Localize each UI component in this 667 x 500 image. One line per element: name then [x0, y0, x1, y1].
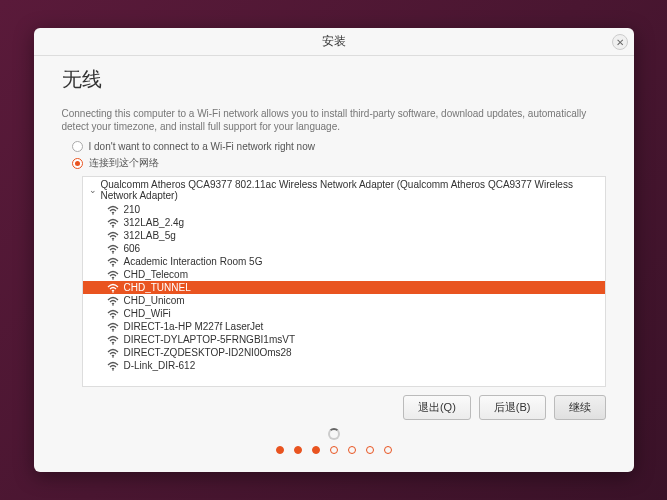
svg-point-2 [112, 239, 114, 241]
network-name: CHD_WiFi [124, 308, 171, 319]
network-item[interactable]: CHD_WiFi [83, 307, 605, 320]
network-name: DIRECT-DYLAPTOP-5FRNGBI1msVT [124, 334, 296, 345]
page-heading: 无线 [62, 66, 606, 93]
option-connect[interactable]: 连接到这个网络 [72, 156, 606, 170]
window-title: 安装 [322, 33, 346, 50]
wifi-signal-icon [107, 205, 119, 215]
wifi-signal-icon [107, 322, 119, 332]
network-item[interactable]: DIRECT-ZQDESKTOP-ID2NI0Oms28 [83, 346, 605, 359]
svg-point-10 [112, 343, 114, 345]
wifi-signal-icon [107, 257, 119, 267]
svg-point-11 [112, 356, 114, 358]
network-item[interactable]: CHD_Telecom [83, 268, 605, 281]
network-item[interactable]: CHD_TUNNEL [83, 281, 605, 294]
continue-button[interactable]: 继续 [554, 395, 606, 420]
wifi-signal-icon [107, 244, 119, 254]
option-connect-label: 连接到这个网络 [89, 156, 159, 170]
quit-button[interactable]: 退出(Q) [403, 395, 471, 420]
network-item[interactable]: Academic Interaction Room 5G [83, 255, 605, 268]
close-button[interactable]: ✕ [612, 34, 628, 50]
network-item[interactable]: DIRECT-DYLAPTOP-5FRNGBI1msVT [83, 333, 605, 346]
progress-dot [366, 446, 374, 454]
svg-point-0 [112, 213, 114, 215]
network-item[interactable]: 312LAB_5g [83, 229, 605, 242]
network-item[interactable]: D-Link_DIR-612 [83, 359, 605, 372]
radio-icon [72, 158, 83, 169]
network-name: 210 [124, 204, 141, 215]
close-icon: ✕ [616, 37, 624, 48]
radio-icon [72, 141, 83, 152]
wifi-signal-icon [107, 335, 119, 345]
network-name: CHD_TUNNEL [124, 282, 191, 293]
network-name: 606 [124, 243, 141, 254]
installer-window: 安装 ✕ 无线 Connecting this computer to a Wi… [34, 28, 634, 472]
wifi-signal-icon [107, 283, 119, 293]
wifi-signal-icon [107, 231, 119, 241]
network-list[interactable]: ⌄ Qualcomm Atheros QCA9377 802.11ac Wire… [82, 176, 606, 387]
svg-point-4 [112, 265, 114, 267]
progress-dot [348, 446, 356, 454]
wifi-signal-icon [107, 361, 119, 371]
back-button[interactable]: 后退(B) [479, 395, 546, 420]
progress-dot [276, 446, 284, 454]
svg-point-1 [112, 226, 114, 228]
svg-point-7 [112, 304, 114, 306]
network-item[interactable]: DIRECT-1a-HP M227f LaserJet [83, 320, 605, 333]
svg-point-6 [112, 291, 114, 293]
network-name: DIRECT-ZQDESKTOP-ID2NI0Oms28 [124, 347, 292, 358]
titlebar: 安装 ✕ [34, 28, 634, 56]
network-name: 312LAB_5g [124, 230, 176, 241]
option-no-connect-label: I don't want to connect to a Wi-Fi netwo… [89, 141, 315, 152]
network-name: Academic Interaction Room 5G [124, 256, 263, 267]
svg-point-12 [112, 369, 114, 371]
network-item[interactable]: 606 [83, 242, 605, 255]
network-name: D-Link_DIR-612 [124, 360, 196, 371]
progress-dot [312, 446, 320, 454]
progress-dot [294, 446, 302, 454]
network-name: CHD_Telecom [124, 269, 188, 280]
progress-dot [330, 446, 338, 454]
network-item[interactable]: 312LAB_2.4g [83, 216, 605, 229]
network-item[interactable]: 210 [83, 203, 605, 216]
option-no-connect[interactable]: I don't want to connect to a Wi-Fi netwo… [72, 141, 606, 152]
adapter-row[interactable]: ⌄ Qualcomm Atheros QCA9377 802.11ac Wire… [83, 177, 605, 203]
wifi-signal-icon [107, 218, 119, 228]
svg-point-8 [112, 317, 114, 319]
progress-dot [384, 446, 392, 454]
wifi-signal-icon [107, 348, 119, 358]
button-bar: 退出(Q) 后退(B) 继续 [62, 387, 606, 424]
wifi-signal-icon [107, 296, 119, 306]
loading-spinner-icon [328, 428, 340, 440]
network-item[interactable]: CHD_Unicom [83, 294, 605, 307]
wifi-signal-icon [107, 270, 119, 280]
svg-point-9 [112, 330, 114, 332]
page-description: Connecting this computer to a Wi-Fi netw… [62, 107, 606, 133]
wifi-signal-icon [107, 309, 119, 319]
network-name: CHD_Unicom [124, 295, 185, 306]
content-area: 无线 Connecting this computer to a Wi-Fi n… [34, 56, 634, 472]
adapter-name: Qualcomm Atheros QCA9377 802.11ac Wirele… [101, 179, 599, 201]
progress-indicator [62, 440, 606, 464]
network-name: DIRECT-1a-HP M227f LaserJet [124, 321, 264, 332]
chevron-down-icon: ⌄ [89, 185, 97, 195]
svg-point-3 [112, 252, 114, 254]
svg-point-5 [112, 278, 114, 280]
network-name: 312LAB_2.4g [124, 217, 185, 228]
